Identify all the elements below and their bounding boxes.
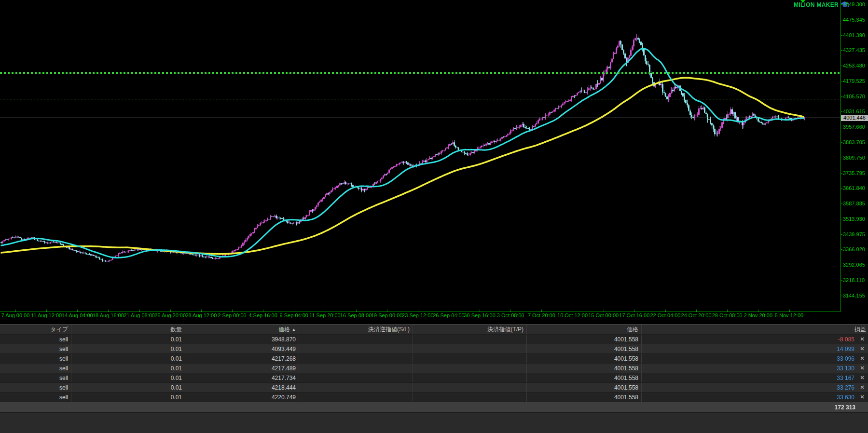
time-axis-label: 2 Sep 00:00 xyxy=(218,313,246,318)
cell xyxy=(413,335,527,344)
price-axis-label: 4327.435 xyxy=(843,48,865,53)
time-axis-label: 19 Sep 00:00 xyxy=(371,313,402,318)
cell xyxy=(299,373,413,382)
cell xyxy=(299,392,413,402)
column-header-tp[interactable]: 決済指値(T/P) xyxy=(413,325,527,334)
position-row[interactable]: sell0.014217.4894001.55833 130✕ xyxy=(0,364,868,373)
price-axis-label: 4549.300 xyxy=(843,2,865,7)
cell: 4220.749 xyxy=(185,392,299,402)
time-axis-label: 10 Oct 12:00 xyxy=(557,313,588,318)
close-position-button[interactable]: ✕ xyxy=(858,336,866,342)
position-row[interactable]: sell0.014218.4444001.55833 276✕ xyxy=(0,383,868,392)
watermark: MILION MAKER xyxy=(794,1,849,9)
time-axis-label: 18 Aug 16:00 xyxy=(93,313,124,318)
cell: sell xyxy=(0,364,71,373)
cell: 4001.558 xyxy=(527,364,642,373)
close-position-button[interactable]: ✕ xyxy=(858,355,866,362)
time-axis-label: 30 Sep 16:00 xyxy=(464,313,495,318)
price-axis-label: 3366.020 xyxy=(843,247,865,252)
cell: 0.01 xyxy=(71,364,185,373)
positions-table-header: タイプ 数量 価格 ▲ 決済逆指値(S/L) 決済指値(T/P) 価格 損益 xyxy=(0,325,868,335)
profit-cell: 33 167✕ xyxy=(642,373,868,382)
profit-value: 33 096 xyxy=(837,355,854,362)
position-row[interactable]: sell0.014093.4494001.55814 099✕ xyxy=(0,344,868,354)
price-chart-canvas[interactable] xyxy=(0,0,868,324)
column-header-type[interactable]: タイプ xyxy=(0,325,71,334)
profit-cell: 33 630✕ xyxy=(642,392,868,402)
price-axis-label: 3513.930 xyxy=(843,216,865,222)
time-axis-label: 4 Sep 16:00 xyxy=(248,313,277,318)
profit-cell: 14 099✕ xyxy=(642,344,868,353)
cell xyxy=(413,373,527,382)
price-axis-label: 3218.110 xyxy=(843,278,865,283)
cell: 4093.449 xyxy=(185,344,299,353)
time-axis-label: 11 Aug 12:00 xyxy=(31,313,62,318)
time-axis-label: 2 Nov 20:00 xyxy=(744,313,772,318)
cell: sell xyxy=(0,392,71,402)
close-position-button[interactable]: ✕ xyxy=(858,375,866,381)
cell: 0.01 xyxy=(71,344,185,353)
profit-value: 33 130 xyxy=(837,365,854,372)
position-row[interactable]: sell0.014220.7494001.55833 630✕ xyxy=(0,392,868,402)
price-axis-label: 3883.705 xyxy=(843,140,865,145)
time-axis-label: 14 Aug 04:00 xyxy=(62,313,93,318)
cell: sell xyxy=(0,344,71,353)
cell: 4001.558 xyxy=(527,335,642,344)
position-row[interactable]: sell0.014217.2684001.55833 096✕ xyxy=(0,354,868,364)
cell xyxy=(413,344,527,353)
profit-cell: 33 130✕ xyxy=(642,364,868,373)
time-axis-label: 9 Sep 04:00 xyxy=(280,313,308,318)
cell: 4001.558 xyxy=(527,354,642,363)
column-header-sl[interactable]: 決済逆指値(S/L) xyxy=(299,325,413,334)
price-axis-label: 4401.390 xyxy=(843,33,865,38)
price-axis-label: 3809.750 xyxy=(843,155,865,161)
cell xyxy=(413,392,527,402)
cell xyxy=(413,354,527,363)
close-position-button[interactable]: ✕ xyxy=(858,394,866,400)
time-axis-label: 11 Sep 20:00 xyxy=(309,313,341,318)
cell xyxy=(299,354,413,363)
price-axis-label: 4105.570 xyxy=(843,94,865,99)
cell: 4217.734 xyxy=(185,373,299,382)
time-axis-label: 24 Oct 20:00 xyxy=(681,313,712,318)
close-position-button[interactable]: ✕ xyxy=(858,346,866,352)
close-position-button[interactable]: ✕ xyxy=(858,384,866,391)
price-axis-label: 3587.885 xyxy=(843,201,865,206)
time-axis-label: 29 Oct 08:00 xyxy=(712,313,743,318)
cell xyxy=(299,344,413,353)
price-axis-label: 3661.840 xyxy=(843,186,865,191)
total-profit-row: 172 313 xyxy=(0,402,868,413)
profit-value: 33 276 xyxy=(837,384,854,391)
profit-value: -8 085 xyxy=(838,336,854,343)
close-position-button[interactable]: ✕ xyxy=(858,365,866,371)
table-footer xyxy=(0,413,868,433)
time-axis-label: 7 Aug 00:00 xyxy=(1,313,30,318)
cell: sell xyxy=(0,354,71,363)
position-row[interactable]: sell0.014217.7344001.55833 167✕ xyxy=(0,373,868,383)
trading-terminal: MILION MAKER 4549.3004475.3454401.390432… xyxy=(0,0,868,433)
price-axis-label: 3735.795 xyxy=(843,171,865,176)
cell xyxy=(413,383,527,392)
time-axis-label: 3 Oct 08:00 xyxy=(497,313,524,318)
positions-table: タイプ 数量 価格 ▲ 決済逆指値(S/L) 決済指値(T/P) 価格 損益 s… xyxy=(0,324,868,433)
column-header-open-price[interactable]: 価格 ▲ xyxy=(185,325,299,334)
price-axis-label: 3439.975 xyxy=(843,232,865,237)
positions-rows: sell0.013948.8704001.558-8 085✕sell0.014… xyxy=(0,335,868,402)
cell: 4001.558 xyxy=(527,383,642,392)
position-row[interactable]: sell0.013948.8704001.558-8 085✕ xyxy=(0,335,868,344)
time-axis-label: 26 Sep 04:00 xyxy=(433,313,464,318)
cell: 3948.870 xyxy=(185,335,299,344)
time-axis-label: 21 Aug 08:00 xyxy=(124,313,155,318)
price-axis-label: 4179.525 xyxy=(843,79,865,84)
cell: 0.01 xyxy=(71,373,185,382)
price-axis-label: 3292.065 xyxy=(843,262,865,268)
column-header-volume[interactable]: 数量 xyxy=(71,325,185,334)
cell: 4001.558 xyxy=(527,373,642,382)
cell: 0.01 xyxy=(71,354,185,363)
column-header-current-price[interactable]: 価格 xyxy=(527,325,642,334)
column-header-profit[interactable]: 損益 xyxy=(642,325,868,334)
time-axis-label: 28 Aug 12:00 xyxy=(185,313,217,318)
cell xyxy=(299,383,413,392)
profit-value: 33 630 xyxy=(837,394,854,401)
cell xyxy=(299,335,413,344)
